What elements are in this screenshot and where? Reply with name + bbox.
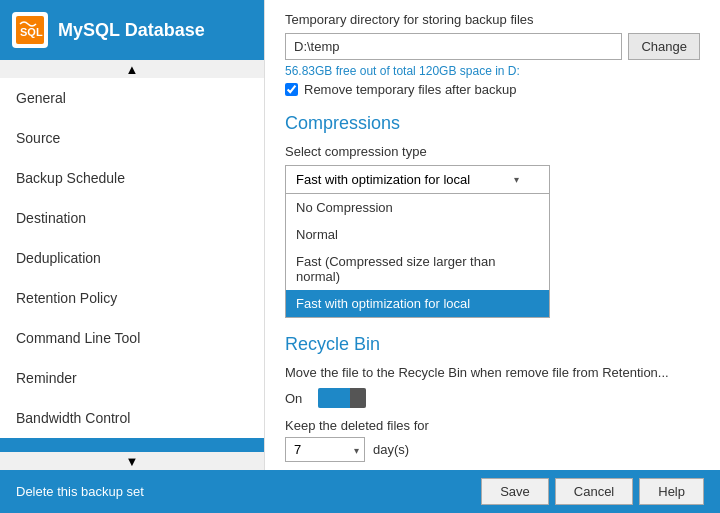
days-select-wrapper: 7 14 30 [285, 437, 365, 462]
toggle-switch[interactable] [318, 388, 366, 408]
toggle-label: On [285, 391, 302, 406]
recycle-bin-title: Recycle Bin [285, 334, 700, 355]
remove-temp-row: Remove temporary files after backup [285, 82, 700, 97]
sidebar-item-source[interactable]: Source [0, 118, 264, 158]
dropdown-item-fast-local[interactable]: Fast with optimization for local [286, 290, 549, 317]
sidebar: SQL MySQL Database ▲ GeneralSourceBackup… [0, 0, 265, 470]
help-button[interactable]: Help [639, 478, 704, 505]
app-title: MySQL Database [58, 20, 205, 41]
cancel-button[interactable]: Cancel [555, 478, 633, 505]
temp-dir-label: Temporary directory for storing backup f… [285, 12, 700, 27]
compression-dropdown-container: Fast with optimization for local ▾ No Co… [285, 165, 700, 318]
sidebar-item-bandwidth-control[interactable]: Bandwidth Control [0, 398, 264, 438]
footer-buttons: Save Cancel Help [481, 478, 704, 505]
toggle-knob [350, 388, 366, 408]
selected-compression-text: Fast with optimization for local [296, 172, 470, 187]
sidebar-item-retention-policy[interactable]: Retention Policy [0, 278, 264, 318]
content-area: Temporary directory for storing backup f… [265, 0, 720, 470]
delete-backup-link[interactable]: Delete this backup set [16, 484, 144, 499]
chevron-up-icon: ▲ [126, 62, 139, 77]
temp-dir-input[interactable] [285, 33, 622, 60]
sidebar-header: SQL MySQL Database [0, 0, 264, 60]
sidebar-item-destination[interactable]: Destination [0, 198, 264, 238]
sidebar-item-deduplication[interactable]: Deduplication [0, 238, 264, 278]
sidebar-item-command-line-tool[interactable]: Command Line Tool [0, 318, 264, 358]
recycle-bin-section: Recycle Bin Move the file to the Recycle… [285, 334, 700, 462]
days-select[interactable]: 7 14 30 [285, 437, 365, 462]
footer: Delete this backup set Save Cancel Help [0, 470, 720, 513]
save-button[interactable]: Save [481, 478, 549, 505]
dropdown-item-no-compression[interactable]: No Compression [286, 194, 549, 221]
days-unit: day(s) [373, 442, 409, 457]
compression-dropdown-menu: No CompressionNormalFast (Compressed siz… [285, 194, 550, 318]
keep-label: Keep the deleted files for [285, 418, 700, 433]
toggle-track [318, 388, 366, 408]
compression-select-display[interactable]: Fast with optimization for local ▾ [285, 165, 550, 194]
sidebar-scroll-down[interactable]: ▼ [0, 452, 264, 470]
sidebar-item-backup-schedule[interactable]: Backup Schedule [0, 158, 264, 198]
remove-temp-label: Remove temporary files after backup [304, 82, 516, 97]
select-compression-label: Select compression type [285, 144, 700, 159]
toggle-filled [318, 388, 352, 408]
sidebar-item-others[interactable]: Others [0, 438, 264, 452]
space-info: 56.83GB free out of total 120GB space in… [285, 64, 700, 78]
remove-temp-checkbox[interactable] [285, 83, 298, 96]
sidebar-item-general[interactable]: General [0, 78, 264, 118]
svg-text:SQL: SQL [20, 26, 43, 38]
chevron-down-icon: ▾ [514, 174, 519, 185]
sidebar-nav: GeneralSourceBackup ScheduleDestinationD… [0, 78, 264, 452]
dropdown-item-normal[interactable]: Normal [286, 221, 549, 248]
mysql-logo-icon: SQL [16, 16, 44, 44]
app-logo: SQL [12, 12, 48, 48]
toggle-row: On [285, 388, 700, 408]
change-button[interactable]: Change [628, 33, 700, 60]
recycle-bin-desc: Move the file to the Recycle Bin when re… [285, 365, 700, 380]
dropdown-item-fast-compressed[interactable]: Fast (Compressed size larger than normal… [286, 248, 549, 290]
temp-dir-row: Change [285, 33, 700, 60]
compressions-title: Compressions [285, 113, 700, 134]
keep-row: 7 14 30 day(s) [285, 437, 700, 462]
sidebar-item-reminder[interactable]: Reminder [0, 358, 264, 398]
sidebar-scroll-up[interactable]: ▲ [0, 60, 264, 78]
chevron-down-icon: ▼ [126, 454, 139, 469]
